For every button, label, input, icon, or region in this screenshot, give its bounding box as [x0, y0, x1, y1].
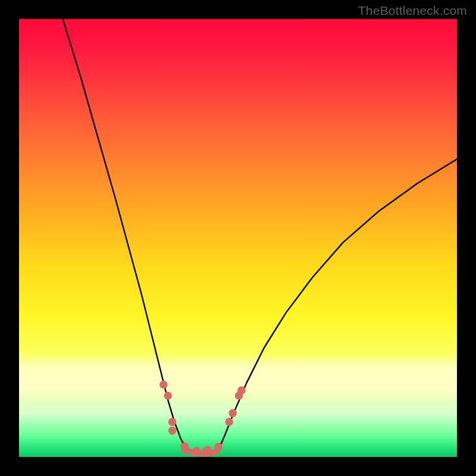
marker-dot: [168, 427, 177, 435]
plot-area: [19, 19, 457, 457]
marker-dot: [237, 386, 246, 394]
watermark-text: TheBottleneck.com: [358, 4, 467, 18]
marker-dot: [181, 446, 190, 454]
curve-layer: [19, 19, 457, 457]
marker-dot: [159, 381, 168, 389]
chart-frame: TheBottleneck.com: [0, 0, 476, 476]
series-right-curve: [218, 159, 457, 450]
marker-dot: [228, 409, 237, 418]
marker-dot: [203, 446, 212, 454]
series-left-curve: [63, 19, 188, 450]
marker-dot: [164, 392, 172, 400]
marker-dot: [214, 443, 223, 451]
marker-dot: [168, 418, 177, 426]
marker-dot: [192, 447, 201, 455]
marker-dot: [225, 418, 233, 426]
